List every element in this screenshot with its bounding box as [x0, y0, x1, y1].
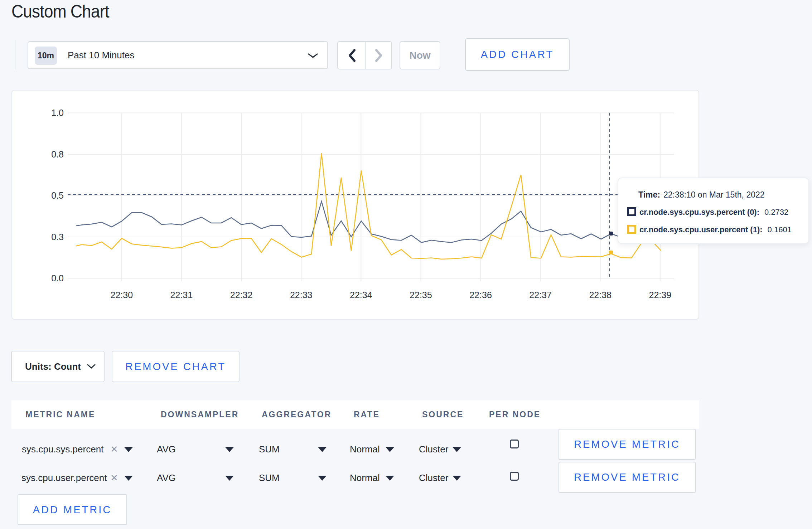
svg-text:22:39: 22:39	[649, 290, 672, 300]
svg-text:0.5: 0.5	[51, 190, 64, 200]
svg-text:1.0: 1.0	[51, 108, 64, 118]
svg-text:22:34: 22:34	[350, 290, 372, 300]
svg-text:22:38: 22:38	[589, 290, 612, 300]
svg-text:22:32: 22:32	[230, 290, 253, 300]
svg-text:0.0: 0.0	[51, 273, 64, 283]
svg-text:0.3: 0.3	[51, 232, 64, 242]
svg-text:22:33: 22:33	[290, 290, 313, 300]
svg-text:22:37: 22:37	[529, 290, 552, 300]
svg-text:22:30: 22:30	[111, 290, 133, 300]
svg-text:0.8: 0.8	[51, 149, 64, 159]
svg-text:22:31: 22:31	[170, 290, 193, 300]
svg-text:22:36: 22:36	[469, 290, 492, 300]
svg-text:22:35: 22:35	[410, 290, 432, 300]
